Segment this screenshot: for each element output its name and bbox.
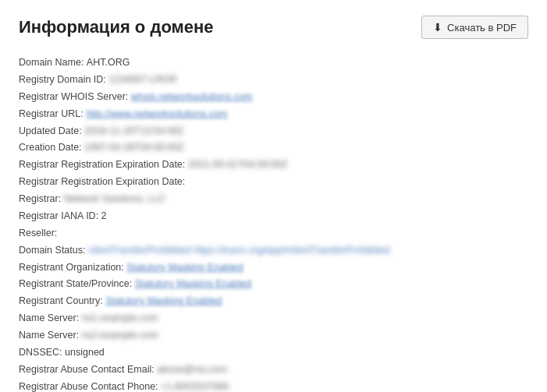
- field-row: Domain Name: АНТ.ORG: [19, 55, 528, 72]
- field-row: Name Server: ns1.example.com: [19, 310, 528, 327]
- field-value: Network Solutions, LLC: [64, 191, 166, 208]
- download-pdf-button[interactable]: ⬇ Скачать в PDF: [421, 16, 528, 39]
- field-value: 1234567-LROR: [108, 72, 177, 89]
- field-row: Registrant Organization: Statutory Maski…: [19, 260, 528, 277]
- field-value: http://www.networksolutions.com: [86, 106, 227, 123]
- field-value: whois.networksolutions.com: [131, 89, 253, 106]
- field-row: Registrar IANA ID: 2: [19, 208, 528, 225]
- field-value: Statutory Masking Enabled: [135, 276, 251, 293]
- field-row: Registrar Abuse Contact Phone: +1.800333…: [19, 379, 528, 392]
- field-label: Domain Name:: [19, 55, 87, 72]
- field-value: 1997-04-28T04:00:00Z: [84, 139, 184, 157]
- field-row: Registrant Country: Statutory Masking En…: [19, 293, 528, 310]
- field-value: 2021-05-01T04:00:00Z: [188, 157, 288, 174]
- field-label: Registrar Registration Expiration Date:: [19, 174, 188, 191]
- field-row: Registrant State/Province: Statutory Mas…: [19, 276, 528, 293]
- field-value: ns2.example.com: [82, 327, 158, 344]
- field-label: Name Server:: [19, 327, 82, 344]
- field-row: DNSSEC: unsigned: [19, 344, 528, 362]
- field-label: Registrar URL:: [19, 106, 86, 123]
- field-label: Registry Domain ID:: [19, 72, 108, 89]
- field-label: Registrar Registration Expiration Date:: [19, 157, 188, 174]
- domain-info-block: Domain Name: АНТ.ORGRegistry Domain ID: …: [19, 55, 528, 392]
- field-label: Registrar Abuse Contact Email:: [19, 362, 157, 379]
- field-value: ns1.example.com: [82, 310, 158, 327]
- field-label: Domain Status:: [19, 242, 88, 260]
- field-label: Name Server:: [19, 310, 82, 327]
- field-value: Statutory Masking Enabled: [105, 293, 222, 310]
- field-value: АНТ.ORG: [87, 55, 130, 72]
- field-value: +1.8003337680: [161, 379, 229, 392]
- field-label: Registrant Country:: [19, 293, 105, 310]
- field-label: Registrant State/Province:: [19, 276, 135, 293]
- field-row: Name Server: ns2.example.com: [19, 327, 528, 344]
- field-row: Registrar: Network Solutions, LLC: [19, 191, 528, 208]
- field-value: unsigned: [65, 344, 105, 362]
- download-label: Скачать в PDF: [447, 22, 517, 34]
- field-label: Registrar:: [19, 191, 64, 208]
- field-row: Domain Status: clientTransferProhibited …: [19, 242, 528, 260]
- download-icon: ⬇: [433, 21, 442, 34]
- field-label: DNSSEC:: [19, 344, 65, 362]
- field-row: Registrar URL: http://www.networksolutio…: [19, 106, 528, 123]
- field-value: 2: [101, 208, 107, 225]
- field-row: Registrar WHOIS Server: whois.networksol…: [19, 89, 528, 106]
- field-row: Registrar Abuse Contact Email: abuse@nsi…: [19, 362, 528, 379]
- page-title: Информация о домене: [19, 17, 214, 37]
- field-value: clientTransferProhibited https://icann.o…: [88, 242, 390, 260]
- field-row: Reseller:: [19, 225, 528, 242]
- field-row: Creation Date: 1997-04-28T04:00:00Z: [19, 139, 528, 157]
- field-row: Updated Date: 2019-11-20T13:54:002: [19, 123, 528, 140]
- field-label: Reseller:: [19, 225, 60, 242]
- field-label: Registrant Organization:: [19, 260, 126, 277]
- field-row: Registry Domain ID: 1234567-LROR: [19, 72, 528, 89]
- field-label: Registrar Abuse Contact Phone:: [19, 379, 161, 392]
- field-row: Registrar Registration Expiration Date:: [19, 174, 528, 191]
- field-label: Creation Date:: [19, 139, 84, 157]
- field-label: Registrar WHOIS Server:: [19, 89, 131, 106]
- field-label: Registrar IANA ID:: [19, 208, 101, 225]
- page-header: Информация о домене ⬇ Скачать в PDF: [19, 16, 528, 39]
- field-value: 2019-11-20T13:54:002: [84, 123, 183, 140]
- field-value: abuse@nsi.com: [157, 362, 227, 379]
- field-value: Statutory Masking Enabled: [126, 260, 243, 277]
- field-label: Updated Date:: [19, 123, 84, 140]
- field-row: Registrar Registration Expiration Date: …: [19, 157, 528, 174]
